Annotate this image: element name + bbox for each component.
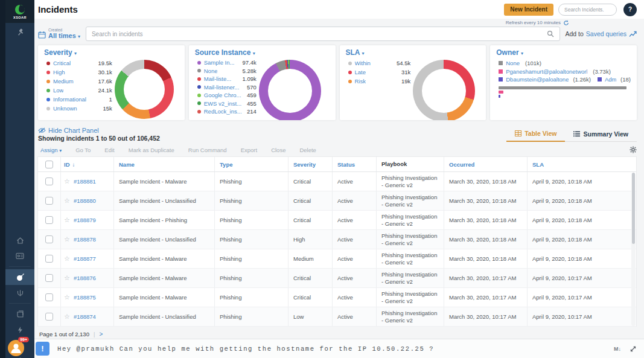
legend-item[interactable]: Informational1 — [46, 95, 112, 104]
row-checkbox[interactable] — [45, 293, 53, 301]
column-header-playbook[interactable]: Playbook — [377, 157, 444, 171]
action-close[interactable]: Close — [271, 147, 285, 153]
sla-donut-chart[interactable] — [413, 60, 475, 120]
action-delete[interactable]: Delete — [299, 147, 316, 153]
action-run-command[interactable]: Run Command — [188, 147, 227, 153]
legend-item[interactable]: Pganeshamurt@paloaltonetworks.c...(3.73k… — [499, 68, 631, 76]
severity-donut-chart[interactable] — [115, 60, 174, 119]
sidebar-item-playbooks[interactable] — [5, 306, 34, 322]
star-icon[interactable]: ☆ — [64, 177, 70, 185]
chat-alert-icon[interactable]: ! — [36, 342, 49, 356]
table-row[interactable]: ☆#188878 Sample Incident - Unclassified … — [38, 230, 636, 249]
owner-bar-chart[interactable] — [496, 86, 631, 98]
user-avatar[interactable]: 99+ — [8, 340, 24, 356]
column-header-status[interactable]: Status — [333, 157, 377, 171]
column-header-occurred[interactable]: Occurred — [444, 157, 528, 171]
legend-item[interactable]: Late31k — [348, 68, 411, 77]
star-icon[interactable]: ☆ — [64, 255, 70, 263]
hide-chart-panel-link[interactable]: Hide Chart Panel — [38, 127, 506, 134]
star-icon[interactable]: ☆ — [64, 274, 70, 282]
legend-item[interactable]: RedLock_ins...214 — [197, 107, 257, 116]
row-checkbox[interactable] — [45, 197, 53, 205]
incident-id-link[interactable]: #188878 — [74, 236, 96, 243]
incident-id-link[interactable]: #188876 — [74, 275, 96, 281]
legend-item[interactable]: Unknown15k — [46, 104, 112, 113]
severity-chart-title[interactable]: Severity ▾ — [44, 48, 179, 57]
legend-item[interactable]: None5.28k — [197, 67, 257, 75]
row-checkbox[interactable] — [45, 274, 53, 282]
legend-item[interactable]: Critical19.5k — [46, 59, 112, 68]
legend-item[interactable]: Google Chro...459 — [197, 91, 257, 100]
legend-item[interactable]: Sample In...97.4k — [197, 59, 257, 67]
legend-item[interactable]: Within54.5k — [348, 59, 411, 68]
incident-id-link[interactable]: #188874 — [74, 313, 96, 320]
star-icon[interactable]: ☆ — [64, 197, 70, 205]
row-checkbox[interactable] — [45, 216, 53, 224]
new-incident-button[interactable]: New Incident — [504, 4, 553, 16]
row-checkbox[interactable] — [45, 255, 53, 263]
table-row[interactable]: ☆#188874 Sample Incident - Unclassified … — [38, 307, 636, 327]
sidebar-item-home[interactable] — [5, 232, 34, 248]
sidebar-item-pin[interactable] — [5, 24, 34, 40]
incident-id-link[interactable]: #188877 — [74, 255, 96, 262]
expand-icon[interactable] — [630, 345, 637, 353]
sidebar-item-war-room[interactable] — [5, 285, 34, 301]
table-row[interactable]: ☆#188875 Sample Incident - Malware Phish… — [38, 288, 636, 307]
next-page-button[interactable]: > — [99, 331, 103, 337]
column-header-type[interactable]: Type — [215, 157, 289, 171]
legend-item[interactable]: EWS v2_inst...455 — [197, 100, 257, 108]
created-time-filter[interactable]: Created All times ▾ — [38, 28, 80, 39]
column-header-severity[interactable]: Severity — [289, 157, 333, 171]
incident-id-link[interactable]: #188881 — [74, 178, 96, 185]
action-export[interactable]: Export — [241, 147, 257, 153]
action-mark-as-duplicate[interactable]: Mark as Duplicate — [129, 147, 174, 153]
action-edit[interactable]: Edit — [104, 147, 114, 153]
sla-chart-title[interactable]: SLA ▾ — [346, 48, 480, 57]
select-all-checkbox[interactable] — [45, 161, 53, 168]
row-checkbox[interactable] — [45, 235, 53, 243]
source-instance-chart-title[interactable]: Source Instance ▾ — [195, 48, 330, 57]
owner-chart-title[interactable]: Owner ▾ — [496, 48, 631, 57]
table-row[interactable]: ☆#188879 Sample Incident - Phishing Phis… — [38, 211, 636, 230]
sidebar-item-incidents[interactable] — [5, 269, 34, 285]
chat-message[interactable]: Hey @pramukh Can you help me with gettin… — [57, 345, 606, 353]
incident-id-link[interactable]: #188875 — [74, 294, 96, 301]
legend-item[interactable]: Dbaumstein@paloaltonetworks.c...(1.26k)A… — [499, 75, 631, 84]
action-assign[interactable]: Assign ▾ — [40, 147, 62, 153]
table-scrollbar[interactable] — [631, 173, 636, 326]
sidebar-item-automation[interactable] — [5, 322, 34, 337]
column-header-name[interactable]: Name — [114, 157, 215, 171]
table-row[interactable]: ☆#188881 Sample Incident - Malware Phish… — [38, 172, 636, 191]
tab-table-view[interactable]: Table View — [506, 127, 565, 142]
saved-queries-link[interactable]: Saved queries — [586, 30, 626, 37]
markdown-icon[interactable]: M↓ — [614, 346, 621, 352]
global-search-input[interactable] — [558, 4, 617, 16]
table-row[interactable]: ☆#188880 Sample Incident - Unclassified … — [38, 191, 636, 211]
help-button[interactable]: ? — [623, 3, 637, 16]
legend-item[interactable]: Risk19k — [348, 77, 411, 86]
tab-summary-view[interactable]: Summary View — [565, 127, 637, 141]
table-row[interactable]: ☆#188876 Sample Incident - Malware Phish… — [38, 269, 636, 288]
source-instance-donut-chart[interactable] — [259, 60, 321, 120]
row-checkbox[interactable] — [45, 313, 53, 321]
incident-id-link[interactable]: #188880 — [74, 197, 96, 204]
table-row[interactable]: ☆#188877 Sample Incident - Malware Phish… — [38, 249, 636, 269]
star-icon[interactable]: ☆ — [64, 235, 70, 243]
legend-item[interactable]: None(101k) — [499, 59, 631, 68]
refresh-icon[interactable] — [563, 20, 569, 26]
sidebar-item-dashboard[interactable] — [5, 248, 34, 264]
legend-item[interactable]: Mail-liste...1.09k — [197, 75, 257, 83]
star-icon[interactable]: ☆ — [64, 313, 70, 321]
action-go-to[interactable]: Go To — [75, 147, 91, 153]
star-icon[interactable]: ☆ — [64, 293, 70, 301]
incident-id-link[interactable]: #188879 — [74, 217, 96, 223]
legend-item[interactable]: High30.1k — [46, 68, 112, 77]
column-header-id[interactable]: ID↓ — [61, 157, 114, 171]
legend-item[interactable]: Medium17.6k — [46, 77, 112, 86]
legend-item[interactable]: Low24.1k — [46, 86, 112, 95]
incident-search-box[interactable] — [86, 27, 560, 41]
column-header-sla[interactable]: SLA — [528, 157, 636, 171]
row-checkbox[interactable] — [45, 177, 53, 185]
legend-item[interactable]: Mail-listener...570 — [197, 83, 257, 92]
xsoar-logo[interactable]: XSOAR — [5, 0, 34, 23]
